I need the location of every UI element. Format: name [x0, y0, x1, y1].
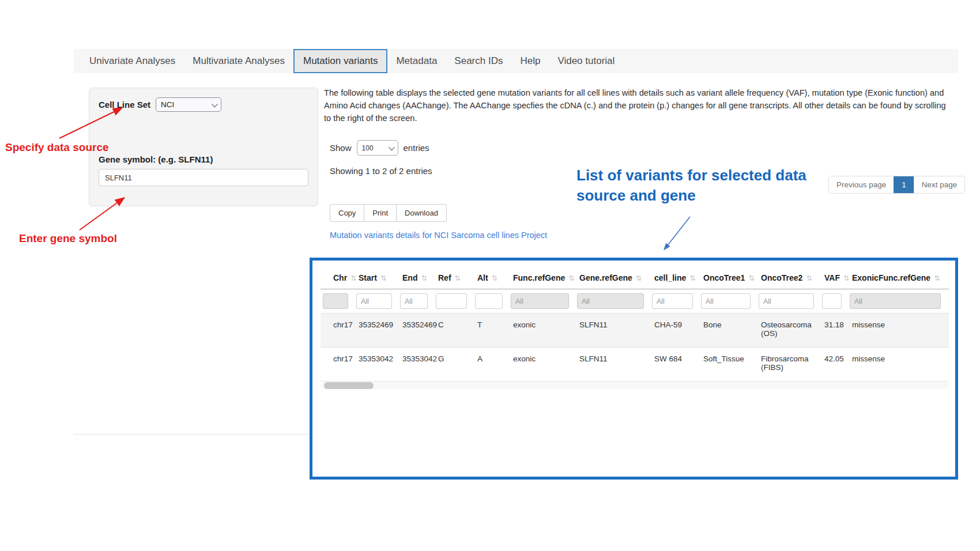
chevron-down-icon: [388, 144, 394, 150]
column-filter-func-refgene[interactable]: [511, 293, 569, 309]
column-filter-end[interactable]: [400, 293, 428, 309]
column-header-start[interactable]: Start⇅: [356, 265, 400, 289]
column-header-cell-line[interactable]: cell_line⇅: [652, 265, 701, 289]
table-cell: exonic: [511, 348, 577, 382]
annotation-list-of-variants: List of variants for selected data sourc…: [576, 165, 806, 205]
sidebar-well: Cell Line Set NCI Gene symbol: (e.g. SLF…: [89, 88, 318, 206]
sort-icon: ⇅: [380, 274, 386, 282]
filter-cell: [850, 289, 949, 314]
table-cell: 35352469: [400, 314, 436, 348]
column-header-end[interactable]: End⇅: [400, 265, 436, 289]
column-header-alt[interactable]: Alt⇅: [475, 265, 511, 289]
cell-line-set-select[interactable]: NCI: [156, 97, 221, 112]
column-label: Ref: [438, 273, 451, 282]
column-header-exonicfunc-refgene[interactable]: ExonicFunc.refGene⇅: [850, 265, 949, 289]
sort-icon: ⇅: [455, 274, 461, 282]
table-row[interactable]: chr173535304235353042GAexonicSLFN11SW 68…: [321, 348, 949, 382]
page-length-value: 100: [362, 144, 374, 152]
sort-icon: ⇅: [421, 274, 427, 282]
print-button[interactable]: Print: [364, 204, 397, 222]
tab-video-tutorial[interactable]: Video tutorial: [549, 49, 623, 73]
column-label: OncoTree1: [703, 273, 745, 282]
tab-metadata[interactable]: Metadata: [387, 49, 446, 73]
page-1-button[interactable]: 1: [894, 176, 914, 193]
tab-univariate-analyses[interactable]: Univariate Analyses: [81, 49, 184, 73]
column-filter-oncotree1[interactable]: [701, 293, 751, 309]
tab-multivariate-analyses[interactable]: Multivariate Analyses: [184, 49, 293, 73]
table-cell: missense: [850, 314, 949, 348]
table-cell: 35353042: [400, 348, 436, 382]
table-cell: 31.18: [822, 314, 850, 348]
filter-cell: [701, 289, 759, 314]
column-header-oncotree1[interactable]: OncoTree1⇅: [701, 265, 759, 289]
filter-cell: [475, 289, 511, 314]
copy-button[interactable]: Copy: [330, 204, 364, 222]
table-cell: Fibrosarcoma (FIBS): [759, 348, 822, 382]
table-cell: A: [475, 348, 511, 382]
previous-page-button[interactable]: Previous page: [829, 176, 894, 193]
cell-line-set-row: Cell Line Set NCI: [99, 97, 308, 112]
table-cell: missense: [850, 348, 949, 382]
tab-search-ids[interactable]: Search IDs: [446, 49, 511, 73]
table-cell: Bone: [701, 314, 759, 348]
sort-icon: ⇅: [350, 274, 356, 282]
table-cell: chr17: [321, 348, 356, 382]
table-cell: exonic: [511, 314, 577, 348]
horizontal-scrollbar-thumb[interactable]: [324, 382, 374, 389]
table-title-link[interactable]: Mutation variants details for NCI Sarcom…: [330, 231, 547, 240]
sort-icon: ⇅: [934, 274, 940, 282]
next-page-button[interactable]: Next page: [914, 176, 965, 193]
column-filter-chr[interactable]: [323, 293, 348, 309]
column-label: OncoTree2: [761, 273, 802, 282]
chevron-down-icon: [212, 100, 218, 107]
column-filter-oncotree2[interactable]: [759, 293, 814, 309]
column-filter-alt[interactable]: [475, 293, 503, 309]
gene-symbol-input[interactable]: [99, 169, 308, 186]
table-cell: 42.05: [822, 348, 850, 382]
sort-icon: ⇅: [806, 274, 812, 282]
horizontal-scrollbar-track[interactable]: [321, 382, 949, 389]
header-row: Chr⇅Start⇅End⇅Ref⇅Alt⇅Func.refGene⇅Gene.…: [321, 265, 949, 289]
gene-symbol-label: Gene symbol: (e.g. SLFN11): [99, 154, 308, 164]
column-filter-ref[interactable]: [436, 293, 467, 309]
cell-line-set-value: NCI: [161, 100, 174, 109]
sort-icon: ⇅: [492, 274, 497, 282]
column-filter-start[interactable]: [356, 293, 392, 309]
column-filter-exonicfunc-refgene[interactable]: [850, 293, 941, 309]
column-label: Chr: [333, 273, 347, 282]
tab-help[interactable]: Help: [511, 49, 549, 73]
annotation-line-2: source and gene: [576, 186, 806, 206]
column-label: VAF: [824, 273, 840, 282]
column-label: Func.refGene: [513, 273, 565, 282]
entries-label: entries: [404, 143, 429, 153]
column-filter-vaf[interactable]: [822, 293, 842, 309]
tab-bar: Univariate AnalysesMultivariate Analyses…: [74, 49, 958, 73]
table-cell: 35353042: [356, 348, 400, 382]
column-header-chr[interactable]: Chr⇅: [321, 265, 356, 289]
column-header-oncotree2[interactable]: OncoTree2⇅: [759, 265, 822, 289]
app: { "nav": { "tabs": [ {"label": "Univaria…: [0, 0, 980, 551]
tab-mutation-variants[interactable]: Mutation variants: [293, 49, 387, 73]
filter-cell: [577, 289, 652, 314]
table-row[interactable]: chr173535246935352469CTexonicSLFN11CHA-5…: [321, 314, 949, 348]
column-header-vaf[interactable]: VAF⇅: [822, 265, 850, 289]
table-cell: CHA-59: [652, 314, 701, 348]
column-label: Alt: [477, 273, 488, 282]
filter-row: [321, 289, 949, 314]
table-body: chr173535246935352469CTexonicSLFN11CHA-5…: [321, 314, 949, 382]
column-label: ExonicFunc.refGene: [852, 273, 930, 282]
column-filter-cell-line[interactable]: [652, 293, 693, 309]
variants-table: Chr⇅Start⇅End⇅Ref⇅Alt⇅Func.refGene⇅Gene.…: [321, 265, 949, 382]
download-button[interactable]: Download: [397, 204, 447, 222]
column-header-func-refgene[interactable]: Func.refGene⇅: [511, 265, 577, 289]
column-header-gene-refgene[interactable]: Gene.refGene⇅: [577, 265, 652, 289]
table-cell: SLFN11: [577, 314, 652, 348]
page-length-select[interactable]: 100: [357, 140, 398, 156]
column-header-ref[interactable]: Ref⇅: [436, 265, 475, 289]
table-cell: Soft_Tissue: [701, 348, 759, 382]
column-label: End: [402, 273, 417, 282]
table-description: The following table displays the selecte…: [324, 86, 951, 125]
table-cell: T: [475, 314, 511, 348]
variants-panel: Chr⇅Start⇅End⇅Ref⇅Alt⇅Func.refGene⇅Gene.…: [310, 258, 958, 480]
column-filter-gene-refgene[interactable]: [577, 293, 644, 309]
